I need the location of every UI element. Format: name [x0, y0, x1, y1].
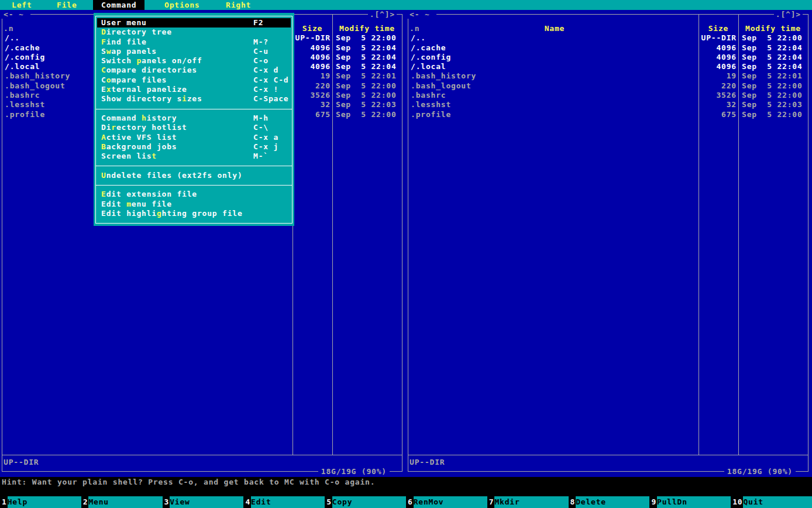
menu-separator	[97, 161, 291, 170]
menubar-item-command[interactable]: Command	[93, 0, 144, 10]
ministatus: UP--DIR	[4, 458, 39, 466]
panel-path-label[interactable]: <- ~	[408, 10, 436, 19]
disk-usage: 18G/19G (90%)	[318, 467, 390, 476]
menu-item-undelete-files[interactable]: Undelete files (ext2fs only)	[97, 171, 291, 180]
file-row[interactable]: .bash_logout220Sep 5 22:00	[408, 81, 808, 91]
fkey-3-view[interactable]: 3View	[163, 496, 244, 508]
menu-item-user-menu[interactable]: User menuF2	[97, 18, 291, 28]
menu-item-show-directory-sizes[interactable]: Show directory sizesC-Space	[97, 94, 291, 104]
menu-item-edit-menu-file[interactable]: Edit menu file	[97, 200, 291, 209]
file-row[interactable]: /..UP--DIRSep 5 22:00	[408, 33, 808, 43]
column-header-size[interactable]: Size	[699, 24, 738, 33]
fkey-4-edit[interactable]: 4Edit	[243, 496, 325, 508]
menu-item-directory-tree[interactable]: Directory tree	[97, 28, 291, 37]
fkey-1-help[interactable]: 1Help	[0, 496, 81, 508]
shell-prompt[interactable]: midnight@commander:~$	[0, 487, 812, 496]
menu-item-edit-highlighting-group-file[interactable]: Edit highlighting group file	[97, 209, 291, 218]
function-key-bar: 1Help 2Menu 3View 4Edit 5Copy 6RenMov 7M…	[0, 496, 812, 508]
fkey-6-renmov[interactable]: 6RenMov	[406, 496, 487, 508]
menu-separator	[97, 180, 291, 190]
menubar-item-file[interactable]: File	[57, 0, 77, 10]
fkey-8-delete[interactable]: 8Delete	[569, 496, 650, 508]
panel-updir-button[interactable]: .[^]>	[368, 10, 397, 19]
menubar-item-left[interactable]: Left	[12, 0, 32, 10]
disk-usage: 18G/19G (90%)	[724, 467, 796, 476]
sort-indicator: .n	[410, 24, 419, 33]
panel-path-label[interactable]: <- ~	[2, 10, 30, 19]
hint-line: Hint: Want your plain shell? Press C-o, …	[0, 477, 812, 487]
menubar-item-options[interactable]: Options	[164, 0, 199, 10]
menu-item-compare-directories[interactable]: Compare directoriesC-x d	[97, 66, 291, 75]
ministatus-separator	[408, 455, 808, 455]
fkey-9-pulldn[interactable]: 9PullDn	[649, 496, 731, 508]
column-header-mtime[interactable]: Modify time	[332, 24, 402, 33]
file-row[interactable]: /.local4096Sep 5 22:04	[408, 62, 808, 71]
menu-item-switch-panels[interactable]: Switch panels on/offC-o	[97, 56, 291, 66]
file-row[interactable]: .bashrc3526Sep 5 22:00	[408, 91, 808, 100]
command-menu-dropdown: User menuF2 Directory tree Find fileM-? …	[94, 13, 294, 226]
right-panel: <- ~ .[^]> .nName Size Modify time /..UP…	[406, 10, 812, 477]
ministatus: UP--DIR	[410, 458, 445, 466]
file-list: .nName Size Modify time /..UP--DIRSep 5 …	[408, 24, 808, 119]
column-header-mtime[interactable]: Modify time	[738, 24, 808, 33]
menu-separator	[97, 104, 291, 114]
sort-indicator: .n	[4, 24, 13, 33]
file-row[interactable]: /.cache4096Sep 5 22:04	[408, 43, 808, 53]
menu-item-directory-hotlist[interactable]: Directory hotlistC-\	[97, 123, 291, 132]
fkey-7-mkdir[interactable]: 7Mkdir	[487, 496, 569, 508]
menu-item-command-history[interactable]: Command historyM-h	[97, 114, 291, 123]
ministatus-separator	[2, 455, 402, 455]
panel-header-row: .nName Size Modify time	[408, 24, 808, 33]
menu-item-active-vfs-list[interactable]: Active VFS listC-x a	[97, 133, 291, 142]
menu-item-external-panelize[interactable]: External panelizeC-x !	[97, 85, 291, 94]
menubar-item-right[interactable]: Right	[226, 0, 251, 10]
menu-item-background-jobs[interactable]: Background jobsC-x j	[97, 142, 291, 152]
menu-item-edit-extension-file[interactable]: Edit extension file	[97, 190, 291, 199]
fkey-2-menu[interactable]: 2Menu	[81, 496, 163, 508]
file-row[interactable]: /.config4096Sep 5 22:04	[408, 53, 808, 62]
menu-item-screen-list[interactable]: Screen listM-`	[97, 152, 291, 161]
menu-bar: Left File Command Options Right	[0, 0, 812, 10]
fkey-10-quit[interactable]: 10Quit	[731, 496, 812, 508]
menu-item-swap-panels[interactable]: Swap panelsC-u	[97, 47, 291, 56]
menu-item-find-file[interactable]: Find fileM-?	[97, 37, 291, 47]
menu-item-compare-files[interactable]: Compare filesC-x C-d	[97, 75, 291, 85]
column-header-size[interactable]: Size	[293, 24, 332, 33]
fkey-5-copy[interactable]: 5Copy	[325, 496, 406, 508]
file-row[interactable]: .lesshst32Sep 5 22:03	[408, 100, 808, 109]
panel-updir-button[interactable]: .[^]>	[774, 10, 803, 19]
file-row[interactable]: .profile675Sep 5 22:00	[408, 110, 808, 119]
column-header-name[interactable]: .nName	[408, 24, 699, 33]
file-row[interactable]: .bash_history19Sep 5 22:01	[408, 71, 808, 81]
